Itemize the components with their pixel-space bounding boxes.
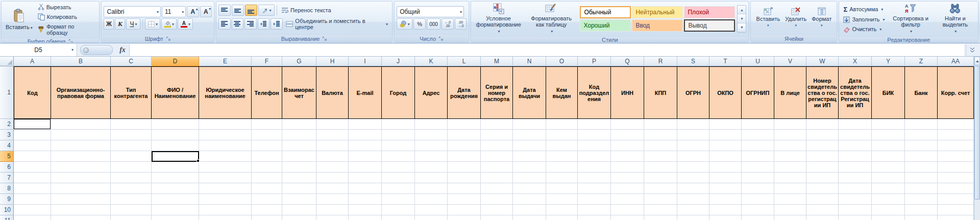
cell-S6[interactable] xyxy=(677,162,709,173)
cell-O9[interactable] xyxy=(546,194,578,205)
cell-M2[interactable] xyxy=(481,119,513,130)
row-header-7[interactable]: 7 xyxy=(0,173,14,183)
cell-H7[interactable] xyxy=(316,173,349,183)
cell-G2[interactable] xyxy=(282,119,316,130)
cell-Q2[interactable] xyxy=(611,119,644,130)
cell-E11[interactable] xyxy=(199,215,252,220)
cell-M4[interactable] xyxy=(481,140,513,151)
cell-H11[interactable] xyxy=(316,215,349,220)
cell-G4[interactable] xyxy=(282,140,316,151)
cell-T6[interactable] xyxy=(709,162,742,173)
column-header-A[interactable]: A xyxy=(14,57,51,66)
cell-W3[interactable] xyxy=(806,130,839,140)
cell-C4[interactable] xyxy=(111,140,152,151)
cell-M6[interactable] xyxy=(481,162,513,173)
row-header-11[interactable]: 11 xyxy=(0,215,14,220)
cell-W9[interactable] xyxy=(806,194,839,205)
cell-Z7[interactable] xyxy=(905,173,938,183)
align-right-button[interactable] xyxy=(244,18,257,30)
cell-P9[interactable] xyxy=(578,194,611,205)
cell-F9[interactable] xyxy=(252,194,282,205)
cell-I9[interactable] xyxy=(349,194,382,205)
cell-M10[interactable] xyxy=(481,205,513,215)
cell-Y2[interactable] xyxy=(872,119,905,130)
cell-O5[interactable] xyxy=(546,151,578,162)
name-box-dropdown-icon[interactable]: ▾ xyxy=(71,47,74,52)
vertical-scrollbar[interactable] xyxy=(974,57,980,220)
insert-cells-button[interactable]: Вставить ▾ xyxy=(754,7,782,29)
cell-B4[interactable] xyxy=(51,140,111,151)
cell-style-chip-4[interactable]: Ввод xyxy=(632,19,683,32)
cell-N9[interactable] xyxy=(513,194,546,205)
cell-L6[interactable] xyxy=(448,162,481,173)
cell-O8[interactable] xyxy=(546,183,578,194)
column-header-I[interactable]: I xyxy=(349,57,382,66)
wrap-text-button[interactable]: Перенос текста xyxy=(279,6,333,15)
cut-button[interactable]: Вырезать xyxy=(36,3,97,11)
cell-AA8[interactable] xyxy=(938,183,974,194)
autosum-button[interactable]: Σ Автосумма xyxy=(841,5,887,14)
comma-style-button[interactable]: 000 xyxy=(427,18,440,30)
column-header-F[interactable]: F xyxy=(252,57,282,66)
cell-W6[interactable] xyxy=(806,162,839,173)
cell-AA2[interactable] xyxy=(938,119,974,130)
format-cells-button[interactable]: Формат ▾ xyxy=(810,7,834,29)
cell-A1[interactable]: Код xyxy=(14,66,51,119)
cell-V9[interactable] xyxy=(774,194,806,205)
cell-R4[interactable] xyxy=(644,140,677,151)
cell-Z4[interactable] xyxy=(905,140,938,151)
cell-T8[interactable] xyxy=(709,183,742,194)
cell-N6[interactable] xyxy=(513,162,546,173)
cell-K11[interactable] xyxy=(415,215,448,220)
cell-F1[interactable]: Телефон xyxy=(252,66,282,119)
cell-K3[interactable] xyxy=(415,130,448,140)
cell-J8[interactable] xyxy=(382,183,415,194)
cell-R10[interactable] xyxy=(644,205,677,215)
cell-V10[interactable] xyxy=(774,205,806,215)
column-header-X[interactable]: X xyxy=(839,57,872,66)
cell-D8[interactable] xyxy=(152,183,199,194)
cell-R3[interactable] xyxy=(644,130,677,140)
cell-J5[interactable] xyxy=(382,151,415,162)
cell-G6[interactable] xyxy=(282,162,316,173)
cell-Y3[interactable] xyxy=(872,130,905,140)
cell-F8[interactable] xyxy=(252,183,282,194)
font-size-combo[interactable]: 11▾ xyxy=(162,6,186,17)
cell-O4[interactable] xyxy=(546,140,578,151)
cell-N8[interactable] xyxy=(513,183,546,194)
align-center-button[interactable] xyxy=(232,18,244,30)
cell-N2[interactable] xyxy=(513,119,546,130)
row-header-2[interactable]: 2 xyxy=(0,119,14,130)
cell-K8[interactable] xyxy=(415,183,448,194)
cell-Q10[interactable] xyxy=(611,205,644,215)
cell-T7[interactable] xyxy=(709,173,742,183)
cell-H10[interactable] xyxy=(316,205,349,215)
cell-S10[interactable] xyxy=(677,205,709,215)
cell-P11[interactable] xyxy=(578,215,611,220)
cell-style-chip-3[interactable]: Хороший xyxy=(580,19,631,32)
cell-style-chip-2[interactable]: Плохой xyxy=(684,6,735,18)
cell-P1[interactable]: Код подразделения xyxy=(578,66,611,119)
cell-Z1[interactable]: Банк xyxy=(905,66,938,119)
cell-M1[interactable]: Серия и номер паспорта xyxy=(481,66,513,119)
clear-button[interactable]: Очистить xyxy=(841,25,887,34)
cell-H8[interactable] xyxy=(316,183,349,194)
cell-S8[interactable] xyxy=(677,183,709,194)
cell-L10[interactable] xyxy=(448,205,481,215)
cell-R9[interactable] xyxy=(644,194,677,205)
cell-L2[interactable] xyxy=(448,119,481,130)
paste-button[interactable]: Вставить xyxy=(4,8,35,32)
cell-S2[interactable] xyxy=(677,119,709,130)
cell-style-chip-5[interactable]: Вывод xyxy=(684,19,735,32)
cell-I1[interactable]: E-mail xyxy=(349,66,382,119)
cell-E2[interactable] xyxy=(199,119,252,130)
cell-T10[interactable] xyxy=(709,205,742,215)
cell-V7[interactable] xyxy=(774,173,806,183)
cell-Z5[interactable] xyxy=(905,151,938,162)
cell-R1[interactable]: КПП xyxy=(644,66,677,119)
cell-J3[interactable] xyxy=(382,130,415,140)
cell-R8[interactable] xyxy=(644,183,677,194)
cell-K9[interactable] xyxy=(415,194,448,205)
scrollbar-thumb[interactable] xyxy=(974,66,980,200)
cell-B1[interactable]: Организационно-правовая форма xyxy=(51,66,111,119)
